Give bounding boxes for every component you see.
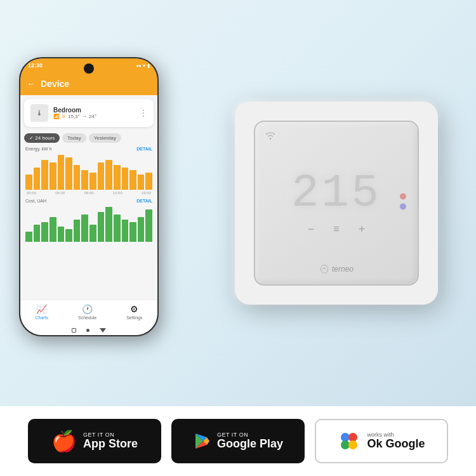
filter-tabs: ✓ 24 hours Today Yesterday xyxy=(20,131,157,145)
ok-google-button[interactable]: works with Ok Google xyxy=(315,419,448,463)
status-icons: ◂◂ ▾ ▮ xyxy=(136,63,150,69)
energy-bar xyxy=(105,160,112,190)
cost-bar xyxy=(98,212,105,242)
cost-bar xyxy=(114,215,121,242)
cost-bar xyxy=(145,209,152,242)
energy-bar xyxy=(58,155,65,190)
status-time: 12:30 xyxy=(28,62,43,69)
thermostat-minus-button[interactable]: − xyxy=(308,223,315,236)
google-play-text: GET IT ON Google Play xyxy=(217,432,283,451)
energy-bar xyxy=(81,170,88,190)
energy-bar xyxy=(129,170,136,190)
home-triangle xyxy=(100,328,106,333)
temp-target: 24° xyxy=(89,114,96,119)
app-title: Device xyxy=(41,79,69,89)
energy-bar xyxy=(122,168,129,190)
brand-text: terneo xyxy=(332,265,354,274)
cost-bar xyxy=(50,217,56,242)
cost-bar xyxy=(41,222,48,242)
store-buttons-area: 🍎 GET IT ON App Store GET IT ON Google P… xyxy=(0,406,476,476)
nav-charts[interactable]: 📈 Charts xyxy=(35,304,48,320)
back-button[interactable]: ← xyxy=(27,79,36,89)
app-header: ← Device xyxy=(20,72,157,95)
signal-icon: ◂◂ xyxy=(136,63,141,69)
energy-chart-section: Energy, kW h DETAIL 00:0004:0008:0012:00… xyxy=(20,145,157,197)
thermostat-outer: 215 − ≡ + terneo xyxy=(235,102,438,305)
charts-icon: 📈 xyxy=(36,304,47,314)
nav-settings[interactable]: ⚙ Settings xyxy=(126,304,142,320)
energy-bar xyxy=(41,160,48,190)
google-play-button[interactable]: GET IT ON Google Play xyxy=(171,419,305,463)
cost-chart-detail[interactable]: DETAIL xyxy=(136,199,152,203)
schedule-label: Schedule xyxy=(78,315,96,320)
schedule-icon: 🕐 xyxy=(82,304,93,314)
nav-schedule[interactable]: 🕐 Schedule xyxy=(78,304,96,320)
cost-bar xyxy=(122,220,129,242)
thermostat-controls: − ≡ + xyxy=(308,223,365,236)
apple-icon: 🍎 xyxy=(51,429,77,453)
energy-chart-label: Energy, kW h xyxy=(25,147,52,151)
device-card: 🌡 Bedroom 📶 ≋ 15,3° → 24° ⋮ xyxy=(24,99,154,127)
energy-x-labels: 00:0004:0008:0012:0016:00 xyxy=(25,191,152,195)
phone-home-bar xyxy=(20,325,157,335)
app-store-name: App Store xyxy=(83,438,138,451)
cost-bar xyxy=(81,215,88,242)
energy-bar xyxy=(74,165,81,190)
thermostat-container: 215 − ≡ + terneo xyxy=(235,102,438,305)
energy-bar xyxy=(25,175,32,190)
cost-bar xyxy=(138,217,145,242)
device-menu-icon[interactable]: ⋮ xyxy=(140,109,147,117)
tab-yesterday[interactable]: Yesterday xyxy=(89,133,121,143)
phone-mockup: 12:30 ◂◂ ▾ ▮ ← Device 🌡 Bedroom xyxy=(19,57,159,336)
wifi-status-icon: ▾ xyxy=(143,63,145,69)
energy-bar xyxy=(114,165,121,190)
brand-logo-icon xyxy=(319,264,329,274)
svg-point-7 xyxy=(348,433,357,442)
cost-bar xyxy=(74,220,81,242)
thermostat-brand: terneo xyxy=(319,264,354,274)
flame-icon: ≋ xyxy=(62,114,66,119)
ok-google-name: Ok Google xyxy=(367,438,425,451)
thermostat-plus-button[interactable]: + xyxy=(359,223,366,236)
thermostat-inner: 215 − ≡ + terneo xyxy=(254,121,419,286)
phone-notch xyxy=(84,63,94,74)
device-name: Bedroom xyxy=(53,107,135,114)
ok-google-text: works with Ok Google xyxy=(367,432,425,451)
cost-bar xyxy=(25,232,32,242)
settings-label: Settings xyxy=(126,315,142,320)
dot-red xyxy=(400,193,406,199)
thermostat-status-dots xyxy=(400,193,406,209)
svg-point-0 xyxy=(270,138,272,140)
energy-bar xyxy=(138,175,145,190)
charts-label: Charts xyxy=(35,315,48,320)
cost-chart-section: Cost, UAH DETAIL xyxy=(20,197,157,246)
app-store-button[interactable]: 🍎 GET IT ON App Store xyxy=(28,419,161,463)
tab-24hours[interactable]: ✓ 24 hours xyxy=(24,133,60,143)
phone-screen: 12:30 ◂◂ ▾ ▮ ← Device 🌡 Bedroom xyxy=(20,58,157,335)
energy-bar xyxy=(145,173,152,190)
thermostat-menu-button[interactable]: ≡ xyxy=(333,223,339,235)
dot-blue xyxy=(400,203,406,209)
settings-icon: ⚙ xyxy=(130,304,138,314)
device-wifi-icon: 📶 xyxy=(53,114,60,119)
home-square xyxy=(72,328,76,333)
device-info: Bedroom 📶 ≋ 15,3° → 24° xyxy=(53,107,135,119)
energy-bar-chart xyxy=(25,153,152,191)
app-store-text: GET IT ON App Store xyxy=(83,432,138,451)
energy-bar xyxy=(34,168,41,190)
svg-point-9 xyxy=(348,440,357,449)
cost-bar xyxy=(105,207,112,242)
bottom-nav: 📈 Charts 🕐 Schedule ⚙ Settings xyxy=(20,300,157,325)
tab-today[interactable]: Today xyxy=(62,133,86,143)
cost-bar xyxy=(34,225,41,242)
energy-bar xyxy=(98,162,105,190)
energy-bar xyxy=(50,162,56,190)
thermostat-wifi-icon xyxy=(264,131,277,143)
battery-icon: ▮ xyxy=(147,63,150,69)
energy-bar xyxy=(89,173,96,190)
google-play-name: Google Play xyxy=(217,438,283,451)
home-dot xyxy=(86,329,89,332)
device-thumbnail: 🌡 xyxy=(30,104,48,122)
cost-chart-header: Cost, UAH DETAIL xyxy=(25,199,152,203)
energy-chart-detail[interactable]: DETAIL xyxy=(136,147,152,151)
